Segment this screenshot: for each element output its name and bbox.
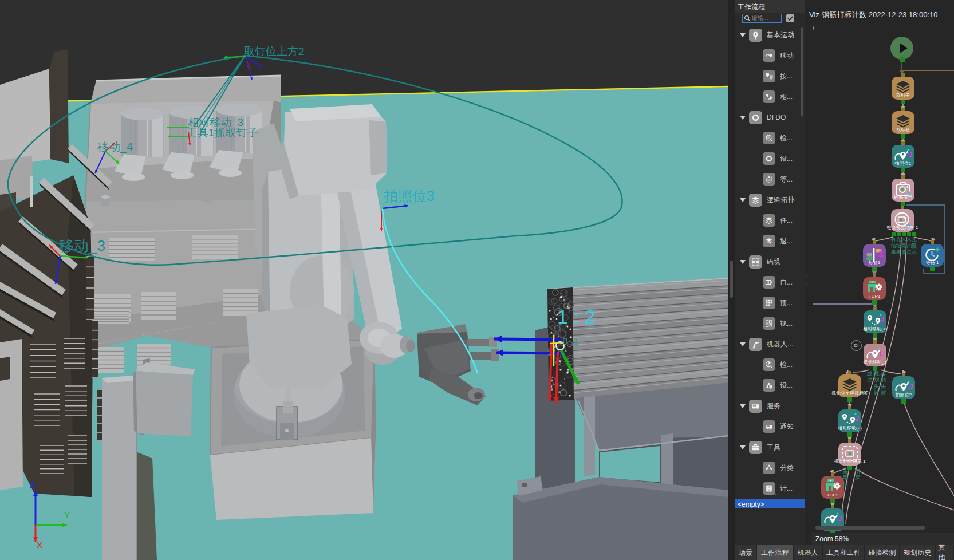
svg-text:Z: Z	[30, 480, 35, 490]
svg-text:X: X	[37, 540, 42, 550]
svg-text:J: J	[909, 382, 913, 391]
svg-text:J: J	[855, 415, 859, 423]
svg-text:1: 1	[878, 249, 883, 258]
svg-text:DI: DI	[768, 179, 771, 182]
svg-text:L: L	[880, 349, 884, 358]
svg-text:DI: DI	[767, 136, 770, 139]
svg-text:J: J	[880, 316, 884, 324]
svg-text:J: J	[838, 514, 842, 523]
svg-text:J: J	[908, 151, 912, 159]
svg-text:Y: Y	[64, 510, 70, 520]
